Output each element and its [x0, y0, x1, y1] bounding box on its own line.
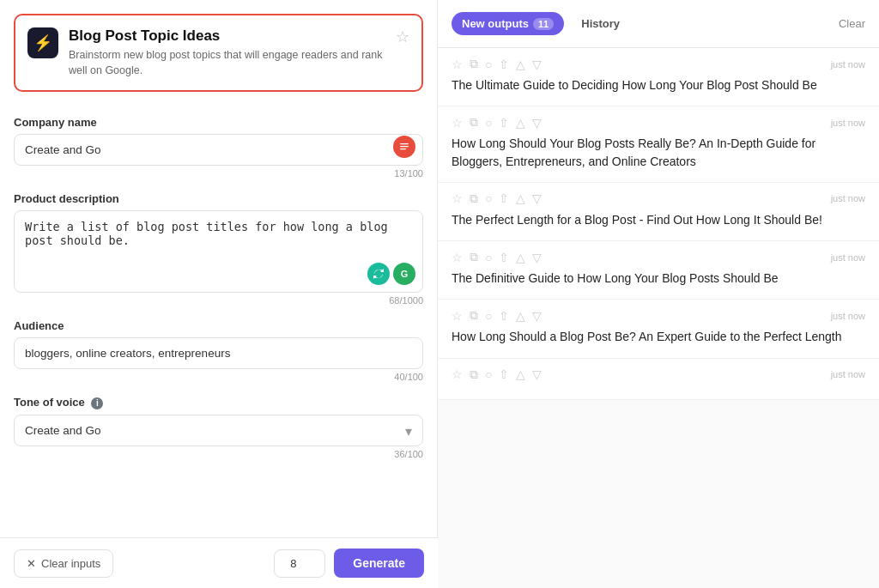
tone-select-wrapper: Create and Go Professional Casual Friend… — [14, 415, 423, 446]
timestamp: just now — [831, 252, 865, 263]
company-name-input[interactable] — [15, 135, 422, 165]
thumbs-down-icon[interactable]: ▽ — [532, 191, 542, 205]
product-desc-input[interactable]: Write a list of blog post titles for how… — [15, 211, 422, 288]
product-desc-rewrite-btn[interactable] — [367, 263, 390, 285]
timestamp: just now — [831, 59, 865, 70]
tool-icon: ⚡ — [27, 27, 58, 58]
tool-header: ⚡ Blog Post Topic Ideas Brainstorm new b… — [14, 14, 423, 92]
thumbs-down-icon[interactable]: ▽ — [532, 251, 542, 264]
copy-icon[interactable]: ⧉ — [470, 115, 478, 130]
share-icon[interactable]: ⇧ — [499, 251, 509, 264]
output-actions: ☆ ⧉ ○ ⇧ △ ▽ just now — [452, 115, 865, 130]
tone-select[interactable]: Create and Go Professional Casual Friend… — [15, 415, 422, 446]
thumbs-up-icon[interactable]: △ — [516, 309, 525, 323]
star-icon[interactable]: ☆ — [452, 116, 463, 130]
star-icon[interactable]: ☆ — [452, 251, 463, 264]
bookmark-icon[interactable]: ☆ — [396, 27, 409, 46]
share-icon[interactable]: ⇧ — [499, 367, 509, 381]
copy-icon[interactable]: ⧉ — [470, 367, 478, 382]
share-icon[interactable]: ⇧ — [499, 58, 509, 71]
svg-rect-2 — [400, 149, 406, 149]
output-item: ☆ ⧉ ○ ⇧ △ ▽ just now — [438, 359, 879, 400]
thumbs-up-icon[interactable]: △ — [516, 116, 525, 130]
thumbs-down-icon[interactable]: ▽ — [532, 58, 542, 71]
share-icon[interactable]: ⇧ — [499, 116, 509, 130]
audience-wrapper — [14, 337, 423, 369]
output-actions: ☆ ⧉ ○ ⇧ △ ▽ just now — [452, 191, 865, 206]
product-desc-label: Product description — [14, 192, 423, 205]
audience-count: 40/100 — [14, 372, 423, 382]
star-icon[interactable]: ☆ — [452, 367, 463, 381]
new-outputs-badge: 11 — [533, 18, 554, 30]
copy-icon[interactable]: ⧉ — [470, 308, 478, 323]
output-text[interactable]: The Perfect Length for a Blog Post - Fin… — [452, 211, 865, 228]
timestamp: just now — [831, 369, 865, 379]
tool-title: Blog Post Topic Ideas — [69, 27, 385, 45]
tone-label: Tone of voice i — [14, 396, 423, 409]
output-actions: ☆ ⧉ ○ ⇧ △ ▽ just now — [452, 308, 865, 323]
thumbs-up-icon[interactable]: △ — [516, 58, 525, 71]
output-item: ☆ ⧉ ○ ⇧ △ ▽ just now How Long Should a B… — [438, 300, 879, 358]
tool-info: Blog Post Topic Ideas Brainstorm new blo… — [69, 27, 385, 78]
product-desc-grammar-btn[interactable]: G — [393, 263, 415, 285]
output-text[interactable]: The Ultimate Guide to Deciding How Long … — [452, 76, 865, 94]
output-item: ☆ ⧉ ○ ⇧ △ ▽ just now The Ultimate Guide … — [438, 48, 879, 106]
star-icon[interactable]: ☆ — [452, 309, 463, 323]
audience-input[interactable] — [15, 338, 422, 368]
history-tab[interactable]: History — [571, 12, 630, 35]
product-desc-count: 68/1000 — [14, 295, 423, 306]
tone-count: 36/100 — [14, 449, 423, 459]
output-item: ☆ ⧉ ○ ⇧ △ ▽ just now The Perfect Length … — [438, 183, 879, 241]
output-count-input[interactable] — [274, 549, 325, 578]
right-panel: New outputs 11 History Clear ☆ ⧉ ○ ⇧ △ ▽… — [438, 0, 879, 588]
timestamp: just now — [831, 118, 865, 128]
thumbs-up-icon[interactable]: △ — [516, 367, 525, 381]
thumbs-down-icon[interactable]: ▽ — [532, 309, 542, 323]
bottom-bar: ✕ Clear inputs Generate — [0, 537, 438, 588]
output-item: ☆ ⧉ ○ ⇧ △ ▽ just now How Long Should You… — [438, 106, 879, 183]
thumbs-up-icon[interactable]: △ — [516, 191, 525, 205]
thumbs-down-icon[interactable]: ▽ — [532, 116, 542, 130]
thumbs-up-icon[interactable]: △ — [516, 251, 525, 264]
output-text[interactable]: How Long Should a Blog Post Be? An Exper… — [452, 328, 865, 345]
tone-info-icon[interactable]: i — [91, 397, 103, 409]
tool-description: Brainstorm new blog post topics that wil… — [69, 48, 385, 78]
star-icon[interactable]: ☆ — [452, 191, 463, 205]
form-section: Company name 13/100 Product description … — [0, 102, 437, 461]
clear-inputs-button[interactable]: ✕ Clear inputs — [14, 549, 113, 578]
copy-icon[interactable]: ⧉ — [470, 191, 478, 206]
chat-icon[interactable]: ○ — [485, 251, 492, 264]
output-actions: ☆ ⧉ ○ ⇧ △ ▽ just now — [452, 57, 865, 71]
chat-icon[interactable]: ○ — [485, 309, 492, 323]
outputs-list: ☆ ⧉ ○ ⇧ △ ▽ just now The Ultimate Guide … — [438, 48, 879, 588]
output-text[interactable]: How Long Should Your Blog Posts Really B… — [452, 135, 865, 170]
share-icon[interactable]: ⇧ — [499, 309, 509, 323]
right-header: New outputs 11 History Clear — [438, 0, 879, 48]
company-name-wrapper — [14, 134, 423, 166]
company-name-count: 13/100 — [14, 168, 423, 179]
chat-icon[interactable]: ○ — [485, 191, 492, 205]
generate-button[interactable]: Generate — [334, 549, 424, 578]
copy-icon[interactable]: ⧉ — [470, 250, 478, 264]
copy-icon[interactable]: ⧉ — [470, 57, 478, 71]
new-outputs-tab[interactable]: New outputs 11 — [452, 12, 564, 35]
product-desc-actions: G — [367, 263, 415, 285]
company-name-label: Company name — [14, 116, 423, 129]
output-text[interactable]: The Definitive Guide to How Long Your Bl… — [452, 270, 865, 287]
output-item: ☆ ⧉ ○ ⇧ △ ▽ just now The Definitive Guid… — [438, 241, 879, 300]
svg-rect-0 — [400, 143, 409, 144]
timestamp: just now — [831, 193, 865, 203]
svg-rect-1 — [400, 146, 409, 147]
star-icon[interactable]: ☆ — [452, 58, 463, 71]
thumbs-down-icon[interactable]: ▽ — [532, 367, 542, 381]
product-desc-wrapper: Write a list of blog post titles for how… — [14, 210, 423, 293]
output-actions: ☆ ⧉ ○ ⇧ △ ▽ just now — [452, 367, 865, 382]
chat-icon[interactable]: ○ — [485, 116, 492, 130]
clear-outputs-button[interactable]: Clear — [839, 17, 865, 30]
audience-label: Audience — [14, 319, 423, 332]
company-name-actions — [393, 136, 415, 158]
chat-icon[interactable]: ○ — [485, 58, 492, 71]
share-icon[interactable]: ⇧ — [499, 191, 509, 205]
company-name-clear-btn[interactable] — [393, 136, 415, 158]
chat-icon[interactable]: ○ — [485, 367, 492, 381]
